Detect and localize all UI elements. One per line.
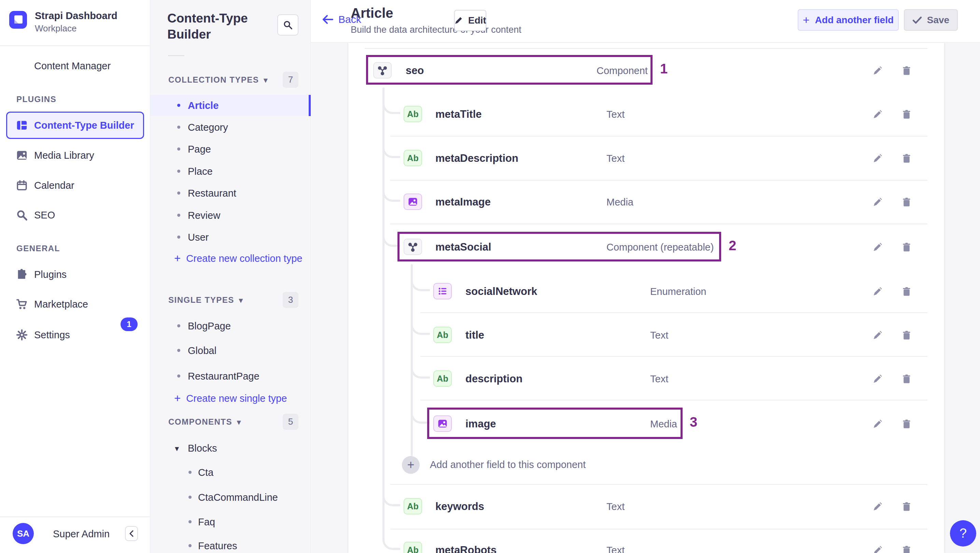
section-heading-label: COMPONENTS: [168, 417, 232, 426]
component-type-icon: [404, 238, 422, 255]
create-new-label: Create new single type: [186, 393, 287, 404]
field-name: metaImage: [435, 196, 491, 208]
check-icon: [912, 16, 922, 24]
delete-field-button[interactable]: [900, 418, 913, 430]
nav-content-manager[interactable]: Content Manager: [0, 55, 150, 76]
nav-general-heading: GENERAL: [16, 244, 60, 253]
row-divider: [420, 356, 928, 357]
row-divider: [390, 136, 928, 137]
divider: [168, 55, 185, 56]
create-new-label: Create new collection type: [186, 253, 302, 264]
field-type: Media: [606, 197, 633, 208]
delete-field-button[interactable]: [900, 285, 913, 298]
table-row-metaDescription: AbmetaDescriptionText: [348, 148, 944, 168]
sidebar-item-features[interactable]: Features: [150, 535, 311, 553]
bullet-icon: [188, 520, 192, 523]
nav-item-plugins[interactable]: Plugins: [0, 264, 150, 285]
sidebar-item-review[interactable]: Review: [150, 205, 311, 226]
nav-item-marketplace[interactable]: Marketplace: [0, 294, 150, 315]
field-type: Component (repeatable): [606, 242, 714, 253]
field-name: description: [465, 373, 522, 385]
delete-field-button[interactable]: [900, 501, 913, 513]
table-row-description: AbdescriptionText: [348, 368, 944, 389]
sidebar-item-label: User: [188, 232, 208, 243]
help-button[interactable]: ?: [950, 520, 976, 547]
bullet-icon: [177, 324, 180, 327]
puzzle-icon: [15, 268, 28, 281]
edit-button[interactable]: Edit: [454, 10, 486, 31]
enum-type-icon: [433, 283, 452, 299]
sidebar-item-page[interactable]: Page: [150, 138, 311, 160]
add-another-field-button[interactable]: + Add another field: [798, 9, 899, 31]
sidebar-item-blogpage[interactable]: BlogPage: [150, 315, 311, 337]
add-field-to-component-button[interactable]: +: [402, 456, 420, 474]
table-row-metaRobots: AbmetaRobotsText: [348, 539, 944, 553]
field-type: Text: [606, 501, 625, 512]
nav-item-settings[interactable]: Settings1: [0, 324, 150, 345]
sidebar-collapse-button[interactable]: [125, 526, 138, 541]
table-row-socialNetwork: socialNetworkEnumeration: [348, 281, 944, 302]
nav-item-label: SEO: [34, 210, 55, 221]
delete-field-button[interactable]: [900, 196, 913, 208]
nav-plugins-heading: PLUGINS: [16, 95, 56, 104]
delete-field-button[interactable]: [900, 544, 913, 553]
field-type: Enumeration: [650, 286, 706, 297]
bullet-icon: [177, 349, 180, 352]
sidebar-item-restaurant[interactable]: Restaurant: [150, 183, 311, 204]
delete-field-button[interactable]: [900, 241, 913, 253]
nav-item-calendar[interactable]: Calendar: [0, 175, 150, 196]
edit-field-button[interactable]: [872, 196, 884, 208]
create-new-link[interactable]: +Create new single type: [174, 389, 287, 408]
bullet-icon: [177, 170, 180, 173]
delete-field-button[interactable]: [900, 152, 913, 165]
edit-field-button[interactable]: [872, 544, 884, 553]
edit-field-button[interactable]: [872, 65, 884, 77]
edit-field-button[interactable]: [872, 501, 884, 513]
sidebar-item-faq[interactable]: Faq: [150, 512, 311, 532]
components-heading[interactable]: COMPONENTS▾: [168, 417, 242, 427]
component-group-label: Blocks: [188, 443, 217, 454]
sidebar-item-ctacommandline[interactable]: CtaCommandLine: [150, 487, 311, 508]
picture-icon: [15, 149, 28, 162]
single-types-heading[interactable]: SINGLE TYPES▾: [168, 295, 243, 305]
media-type-icon: [404, 194, 422, 210]
save-button[interactable]: Save: [904, 9, 958, 31]
edit-field-button[interactable]: [872, 241, 884, 253]
user-name: Super Admin: [53, 528, 110, 540]
edit-field-button[interactable]: [872, 329, 884, 342]
delete-field-button[interactable]: [900, 108, 913, 121]
nav-item-media-library[interactable]: Media Library: [0, 145, 150, 166]
bullet-icon: [177, 192, 180, 195]
edit-field-button[interactable]: [872, 152, 884, 165]
sidebar-item-category[interactable]: Category: [150, 117, 311, 138]
user-avatar[interactable]: SA: [13, 523, 34, 544]
plus-icon: +: [174, 392, 181, 405]
delete-field-button[interactable]: [900, 65, 913, 77]
bullet-icon: [177, 375, 180, 378]
sidebar-item-restaurantpage[interactable]: RestaurantPage: [150, 365, 311, 387]
sidebar-item-global[interactable]: Global: [150, 340, 311, 361]
sidebar-item-cta[interactable]: Cta: [150, 462, 311, 483]
sidebar-item-article[interactable]: Article: [150, 95, 311, 116]
component-group-blocks[interactable]: ▾Blocks: [150, 438, 311, 459]
calendar-icon: [15, 179, 28, 192]
table-row-metaTitle: AbmetaTitleText: [348, 103, 944, 125]
collection-types-heading[interactable]: COLLECTION TYPES▾: [168, 75, 268, 85]
sidebar-item-place[interactable]: Place: [150, 161, 311, 182]
delete-field-button[interactable]: [900, 373, 913, 385]
grid-icon: [15, 119, 28, 132]
edit-field-button[interactable]: [872, 285, 884, 298]
edit-field-button[interactable]: [872, 373, 884, 385]
edit-field-button[interactable]: [872, 418, 884, 430]
plus-icon: +: [174, 252, 181, 265]
nav-item-content-type-builder[interactable]: Content-Type Builder: [0, 115, 150, 136]
table-row-metaImage: metaImageMedia: [348, 191, 944, 212]
sidebar-item-user[interactable]: User: [150, 227, 311, 248]
edit-field-button[interactable]: [872, 108, 884, 121]
field-type: Text: [606, 545, 625, 553]
nav-item-seo[interactable]: SEO: [0, 205, 150, 226]
chevron-down-icon: ▾: [237, 418, 242, 426]
delete-field-button[interactable]: [900, 329, 913, 342]
create-new-link[interactable]: +Create new collection type: [174, 249, 302, 268]
search-button[interactable]: [277, 14, 298, 35]
